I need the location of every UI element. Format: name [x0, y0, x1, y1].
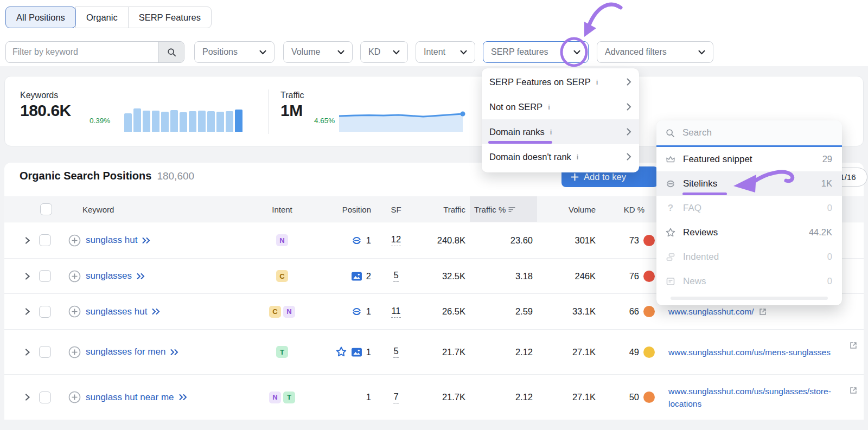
submenu-item-faq[interactable]: ? FAQ 0: [656, 196, 842, 220]
positions-filter[interactable]: Positions: [194, 41, 275, 63]
row-checkbox[interactable]: [39, 222, 51, 258]
row-checkbox[interactable]: [39, 375, 51, 420]
search-button[interactable]: [158, 42, 184, 62]
tab-all-positions[interactable]: All Positions: [5, 7, 76, 28]
keyword-link[interactable]: sunglasses for men: [86, 346, 165, 357]
header-traffic[interactable]: Traffic: [417, 196, 465, 222]
position-value: 1: [366, 235, 371, 246]
double-chevron-icon[interactable]: [136, 273, 145, 280]
chevron-down-icon: [259, 50, 266, 55]
external-link-icon[interactable]: [848, 386, 858, 395]
add-button-label: Add to key: [584, 172, 626, 182]
serp-features-filter[interactable]: SERP features: [483, 41, 589, 63]
chevron-right-icon: [627, 128, 631, 136]
sf-link[interactable]: 5: [393, 346, 398, 358]
position-cell: 1: [311, 375, 371, 420]
crown-icon: [665, 154, 676, 165]
keyword-link[interactable]: sunglass hut near me: [86, 392, 174, 403]
submenu-search: [656, 120, 842, 145]
keyword-link[interactable]: sunglasses: [86, 271, 132, 281]
submenu-search-input[interactable]: [681, 127, 833, 139]
url-link[interactable]: www.sunglasshut.com/: [668, 305, 754, 318]
info-icon: [596, 78, 598, 86]
kd-cell: 73: [599, 222, 639, 258]
report-tabs: All Positions Organic SERP Features: [5, 7, 212, 28]
submenu-item-featured-snippet[interactable]: Featured snippet 29: [656, 147, 842, 171]
menu-item-domain-doesnt-rank[interactable]: Domain doesn't rank: [482, 144, 639, 169]
double-chevron-icon[interactable]: [151, 308, 161, 315]
traffic-change: 4.65%: [314, 117, 335, 125]
header-kd[interactable]: KD %: [599, 196, 644, 222]
header-volume[interactable]: Volume: [547, 196, 596, 222]
expand-row-icon[interactable]: [24, 222, 31, 258]
position-value: 2: [366, 271, 371, 281]
expand-row-icon[interactable]: [24, 330, 31, 374]
tab-serp-features[interactable]: SERP Features: [128, 7, 212, 28]
submenu-item-count: 0: [827, 276, 832, 286]
kd-dot: [643, 375, 655, 420]
horizontal-scrollbar-track[interactable]: [0, 420, 868, 430]
intent-filter[interactable]: Intent: [416, 41, 475, 63]
header-keyword[interactable]: Keyword: [82, 196, 114, 222]
intent-badge: N: [269, 392, 281, 403]
add-keyword-icon[interactable]: [68, 222, 81, 258]
expand-row-icon[interactable]: [24, 294, 31, 329]
keyword-link[interactable]: sunglass hut: [86, 235, 137, 246]
keyword-filter-input[interactable]: [6, 42, 158, 62]
header-position[interactable]: Position: [311, 196, 371, 222]
position-cell: 1: [311, 222, 371, 258]
sf-cell: 12: [379, 222, 413, 258]
tab-organic[interactable]: Organic: [75, 7, 129, 28]
submenu-item-reviews[interactable]: Reviews 44.2K: [656, 220, 842, 245]
traffic-cell: 21.7K: [417, 330, 465, 374]
add-keyword-icon[interactable]: [68, 294, 81, 329]
expand-row-icon[interactable]: [24, 375, 31, 420]
double-chevron-icon[interactable]: [142, 237, 151, 244]
double-chevron-icon[interactable]: [170, 349, 179, 356]
expand-row-icon[interactable]: [24, 259, 31, 293]
keywords-change: 0.39%: [90, 117, 110, 125]
row-checkbox[interactable]: [39, 294, 51, 329]
sf-link[interactable]: 7: [393, 392, 398, 403]
submenu-scrollbar[interactable]: [671, 297, 828, 300]
menu-item-not-on-serp[interactable]: Not on SERP: [482, 94, 639, 119]
kd-filter[interactable]: KD: [360, 41, 408, 63]
sf-link[interactable]: 12: [391, 234, 401, 246]
kd-dot: [643, 259, 655, 293]
header-intent[interactable]: Intent: [254, 196, 310, 222]
traffic-cell: 21.7K: [417, 375, 465, 420]
sort-desc-icon: [508, 206, 516, 213]
select-all-checkbox[interactable]: [40, 196, 52, 222]
kd-cell: 50: [599, 375, 639, 420]
double-chevron-icon[interactable]: [178, 394, 188, 401]
submenu-item-news[interactable]: News 0: [656, 269, 842, 293]
external-link-icon[interactable]: [848, 341, 858, 350]
keyword-link[interactable]: sunglasses hut: [86, 306, 147, 317]
external-link-icon[interactable]: [758, 307, 768, 317]
chevron-right-icon: [627, 103, 631, 111]
sf-link[interactable]: 11: [391, 306, 400, 318]
row-checkbox[interactable]: [39, 259, 51, 293]
add-keyword-icon[interactable]: [68, 375, 81, 420]
header-traffic-pct[interactable]: Traffic %: [470, 196, 537, 222]
advanced-filters[interactable]: Advanced filters: [597, 41, 713, 63]
submenu-item-indented[interactable]: Indented 0: [656, 245, 842, 269]
header-sf[interactable]: SF: [379, 196, 413, 222]
add-keyword-icon[interactable]: [68, 259, 81, 293]
row-checkbox[interactable]: [39, 330, 51, 374]
traffic-cell: 26.5K: [417, 294, 465, 329]
volume-filter[interactable]: Volume: [283, 41, 353, 63]
kd-cell: 76: [599, 259, 639, 293]
url-link[interactable]: www.sunglasshut.com/us/sunglasses/store-…: [668, 385, 845, 410]
indented-icon: [665, 252, 676, 262]
menu-item-serp-features-on-serp[interactable]: SERP Features on SERP: [482, 69, 639, 94]
submenu-item-sitelinks[interactable]: Sitelinks 1K: [656, 171, 842, 196]
submenu-item-label: Indented: [683, 252, 719, 262]
url-link[interactable]: www.sunglasshut.com/us/mens-sunglasses: [668, 346, 831, 358]
info-icon: [548, 103, 550, 111]
sf-link[interactable]: 5: [393, 270, 398, 282]
volume-filter-label: Volume: [291, 47, 320, 57]
chevron-right-icon: [627, 153, 631, 161]
add-keyword-icon[interactable]: [68, 330, 81, 374]
menu-item-domain-ranks[interactable]: Domain ranks: [482, 119, 639, 144]
